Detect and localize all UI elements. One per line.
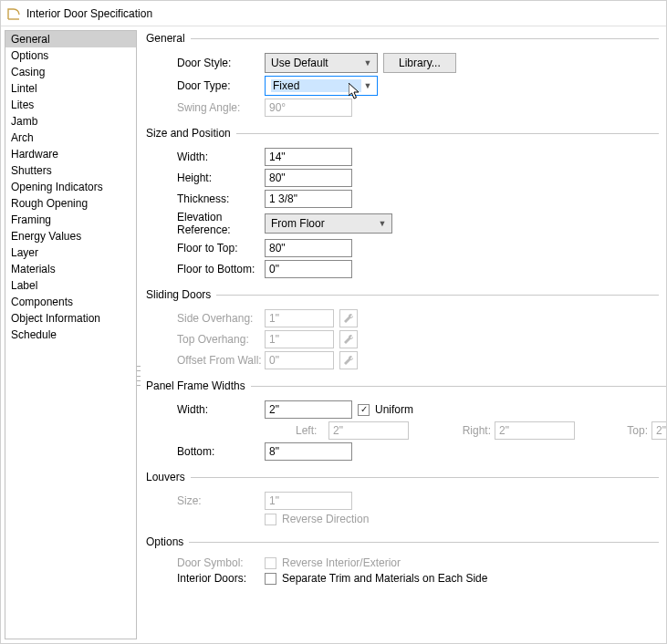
- swing-angle-input: [265, 99, 352, 117]
- thickness-label: Thickness:: [146, 192, 265, 205]
- wrench-icon: [339, 330, 358, 348]
- chevron-down-icon: ▼: [361, 58, 374, 68]
- group-panel-legend: Panel Frame Widths: [146, 379, 251, 392]
- group-louvers-legend: Louvers: [146, 471, 191, 483]
- panel-top-input: [651, 421, 666, 440]
- group-options-legend: Options: [146, 535, 189, 548]
- louver-size-label: Size:: [146, 494, 265, 507]
- louver-size-input: [265, 492, 352, 510]
- panel-bottom-input[interactable]: [265, 442, 352, 461]
- sidebar-item-arch[interactable]: Arch: [5, 130, 136, 146]
- side-overhang-label: Side Overhang:: [146, 312, 265, 325]
- checkbox-icon: [265, 573, 276, 585]
- side-overhang-input: [265, 309, 334, 327]
- separate-trim-checkbox[interactable]: Separate Trim and Materials on Each Side: [265, 572, 487, 585]
- wrench-icon: [339, 309, 358, 327]
- chevron-down-icon: ▼: [376, 219, 389, 228]
- titlebar: Interior Door Specification: [1, 1, 666, 26]
- width-label: Width:: [146, 151, 265, 163]
- panel-left-input: [328, 421, 409, 440]
- sidebar-item-general[interactable]: General: [5, 31, 136, 47]
- sidebar-item-energy-values[interactable]: Energy Values: [5, 228, 136, 244]
- door-style-label: Door Style:: [146, 57, 265, 69]
- reverse-direction-label: Reverse Direction: [282, 513, 369, 525]
- panel-left-label: Left:: [296, 424, 325, 437]
- panel-bottom-label: Bottom:: [146, 445, 265, 458]
- uniform-label: Uniform: [375, 403, 413, 416]
- category-sidebar[interactable]: GeneralOptionsCasingLintelLitesJambArchH…: [5, 30, 137, 639]
- door-style-select[interactable]: Use Default ▼: [265, 53, 378, 73]
- group-panel: Panel Frame Widths Width: ✓ Uniform Left…: [146, 379, 666, 463]
- panel-top-label: Top:: [620, 424, 648, 437]
- height-label: Height:: [146, 171, 265, 184]
- checkbox-icon: [265, 514, 276, 525]
- door-type-select[interactable]: Fixed ▼: [265, 76, 378, 96]
- sidebar-item-options[interactable]: Options: [5, 47, 136, 64]
- sidebar-item-schedule[interactable]: Schedule: [5, 327, 136, 343]
- reverse-direction-checkbox: Reverse Direction: [265, 513, 369, 525]
- sidebar-item-lites[interactable]: Lites: [5, 97, 136, 113]
- sidebar-item-components[interactable]: Components: [5, 294, 136, 310]
- reverse-ie-label: Reverse Interior/Exterior: [282, 556, 401, 569]
- window-title: Interior Door Specification: [26, 7, 152, 20]
- elev-ref-select[interactable]: From Floor ▼: [265, 213, 392, 234]
- floor-top-label: Floor to Top:: [146, 242, 265, 254]
- sidebar-item-hardware[interactable]: Hardware: [5, 146, 136, 162]
- sidebar-item-object-information[interactable]: Object Information: [5, 310, 136, 327]
- group-sliding-legend: Sliding Doors: [146, 288, 216, 301]
- group-louvers: Louvers Size: Reverse Direction: [146, 471, 659, 528]
- sidebar-item-jamb[interactable]: Jamb: [5, 113, 136, 130]
- uniform-checkbox[interactable]: ✓ Uniform: [358, 403, 413, 416]
- sidebar-item-shutters[interactable]: Shutters: [5, 162, 136, 179]
- separate-trim-label: Separate Trim and Materials on Each Side: [282, 572, 487, 585]
- sidebar-item-rough-opening[interactable]: Rough Opening: [5, 195, 136, 212]
- swing-angle-label: Swing Angle:: [146, 101, 265, 114]
- group-options: Options Door Symbol: Reverse Interior/Ex…: [146, 535, 659, 587]
- floor-top-input[interactable]: [265, 239, 352, 257]
- top-overhang-label: Top Overhang:: [146, 333, 265, 346]
- sidebar-item-framing[interactable]: Framing: [5, 212, 136, 228]
- group-size-legend: Size and Position: [146, 127, 236, 140]
- sidebar-item-label[interactable]: Label: [5, 277, 136, 294]
- panel-right-label: Right:: [454, 424, 491, 437]
- checkbox-icon: ✓: [358, 404, 370, 416]
- group-size: Size and Position Width: Height: Thickne…: [146, 127, 659, 281]
- reverse-ie-checkbox: Reverse Interior/Exterior: [265, 556, 401, 569]
- group-general: General Door Style: Use Default ▼ Librar…: [146, 32, 659, 119]
- height-input[interactable]: [265, 169, 352, 187]
- interior-doors-label: Interior Doors:: [146, 572, 265, 585]
- door-icon: [6, 6, 21, 21]
- sidebar-item-casing[interactable]: Casing: [5, 64, 136, 80]
- door-type-label: Door Type:: [146, 79, 265, 92]
- thickness-input[interactable]: [265, 190, 352, 208]
- wrench-icon: [339, 351, 358, 369]
- panel-width-input[interactable]: [265, 400, 352, 419]
- checkbox-icon: [265, 557, 276, 569]
- panel-right-input: [495, 421, 575, 440]
- door-symbol-label: Door Symbol:: [146, 556, 265, 569]
- offset-wall-input: [265, 351, 334, 369]
- floor-bottom-label: Floor to Bottom:: [146, 263, 265, 275]
- sidebar-item-layer[interactable]: Layer: [5, 244, 136, 261]
- chevron-down-icon: ▼: [361, 81, 374, 90]
- floor-bottom-input[interactable]: [265, 260, 352, 278]
- elev-ref-label: Elevation Reference:: [146, 211, 265, 236]
- sidebar-item-materials[interactable]: Materials: [5, 261, 136, 277]
- library-button[interactable]: Library...: [383, 53, 456, 73]
- sidebar-item-opening-indicators[interactable]: Opening Indicators: [5, 179, 136, 195]
- panel-width-label: Width:: [146, 403, 265, 416]
- offset-wall-label: Offset From Wall:: [146, 354, 265, 367]
- group-sliding: Sliding Doors Side Overhang: Top Overhan…: [146, 288, 659, 372]
- top-overhang-input: [265, 330, 334, 348]
- sidebar-item-lintel[interactable]: Lintel: [5, 80, 136, 97]
- width-input[interactable]: [265, 148, 352, 166]
- group-general-legend: General: [146, 32, 191, 45]
